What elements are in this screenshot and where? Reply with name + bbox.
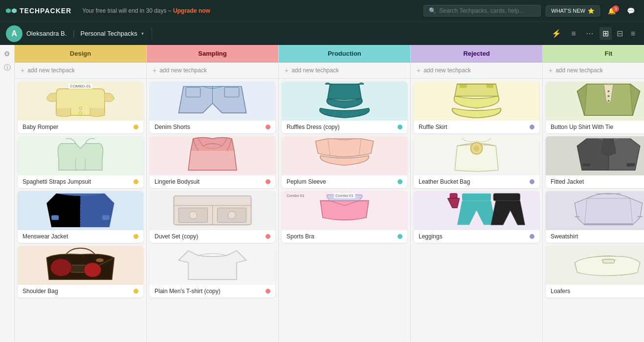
add-techpack-design[interactable]: +add new techpack bbox=[15, 63, 146, 79]
card-footer: Peplum Sleeve bbox=[282, 175, 407, 188]
whats-new-button[interactable]: WHAT'S NEW ⭐ bbox=[546, 5, 600, 17]
card[interactable]: Ruffles Dress (copy) bbox=[282, 82, 407, 133]
card-status-dot bbox=[133, 289, 138, 294]
cards-container-design: COMBO - 01 COMBO-01Baby Romper Spaghetti… bbox=[15, 79, 146, 342]
card-footer: Lingerie Bodysuit bbox=[150, 175, 275, 188]
card-image bbox=[150, 191, 275, 230]
svg-rect-41 bbox=[603, 259, 615, 263]
settings-icon[interactable]: ⚙ bbox=[4, 50, 10, 58]
card[interactable]: Denim Shorts bbox=[150, 82, 275, 133]
svg-point-10 bbox=[96, 258, 104, 262]
card-footer: Duvet Set (copy) bbox=[150, 230, 275, 243]
card[interactable]: Ruffle Skirt bbox=[414, 82, 539, 133]
filter-button[interactable]: ⚡ bbox=[548, 27, 565, 40]
notification-badge: 3 bbox=[612, 5, 619, 12]
card-image bbox=[18, 191, 143, 230]
chat-button[interactable]: 💬 bbox=[624, 6, 638, 16]
add-techpack-production[interactable]: +add new techpack bbox=[279, 63, 410, 79]
column-production: Production+add new techpack Ruffles Dres… bbox=[279, 45, 411, 342]
card-footer: Button Up Shirt With Tie bbox=[546, 121, 644, 133]
card-status-dot bbox=[133, 234, 138, 239]
kanban-view-button[interactable]: ⊞ bbox=[600, 27, 612, 40]
sort-button[interactable]: ≡ bbox=[567, 27, 579, 40]
card-footer: Denim Shorts bbox=[150, 121, 275, 133]
main-content: ⚙ ⓘ Design+add new techpack COMBO - 01 C… bbox=[0, 45, 644, 342]
cards-container-production: Ruffles Dress (copy) Peplum Sleeve Combo… bbox=[279, 79, 410, 342]
card-title: Baby Romper bbox=[22, 124, 133, 130]
card-title: Menswear Jacket bbox=[22, 233, 133, 240]
card[interactable]: COMBO - 01 COMBO-01Baby Romper bbox=[18, 82, 143, 133]
card[interactable]: Plain Men's T-shirt (copy) bbox=[150, 246, 275, 298]
more-options-button[interactable]: ⋯ bbox=[582, 27, 598, 40]
card-title: Denim Shorts bbox=[155, 124, 266, 130]
column-header-sampling: Sampling bbox=[147, 45, 278, 63]
card[interactable]: Button Up Shirt With Tie bbox=[546, 82, 644, 133]
card-title: Loafers bbox=[551, 288, 644, 295]
card-title: Ruffles Dress (copy) bbox=[287, 124, 398, 130]
card-status-dot bbox=[398, 179, 402, 184]
card-image bbox=[546, 246, 644, 285]
svg-rect-31 bbox=[493, 193, 520, 201]
card[interactable]: Spaghetti Straps Jumpsuit bbox=[18, 136, 143, 188]
column-rejected: Rejected+add new techpack Ruffle Skirt L… bbox=[411, 45, 543, 342]
card-footer: Fitted Jacket bbox=[546, 175, 644, 188]
workspace-chevron-icon[interactable]: ▾ bbox=[141, 31, 144, 36]
workspace-name[interactable]: Personal Techpacks bbox=[81, 30, 137, 37]
divider bbox=[152, 28, 152, 40]
card[interactable]: Shoulder Bag bbox=[18, 246, 143, 298]
svg-rect-36 bbox=[582, 163, 591, 167]
star-icon: ⭐ bbox=[588, 8, 595, 14]
notifications-button[interactable]: 🔔 3 bbox=[605, 6, 619, 16]
card[interactable]: Loafers bbox=[546, 246, 644, 298]
column-header-design: Design bbox=[15, 45, 146, 63]
logo-icon bbox=[6, 8, 17, 13]
add-techpack-sampling[interactable]: +add new techpack bbox=[147, 63, 278, 79]
add-techpack-fit[interactable]: +add new techpack bbox=[543, 63, 644, 79]
card-image bbox=[18, 136, 143, 175]
search-input[interactable] bbox=[439, 7, 535, 14]
card-footer: Sports Bra bbox=[282, 230, 407, 243]
list-view-button[interactable]: ≡ bbox=[628, 27, 638, 40]
card-status-dot bbox=[398, 125, 402, 129]
card[interactable]: Duvet Set (copy) bbox=[150, 191, 275, 243]
add-techpack-rejected[interactable]: +add new techpack bbox=[411, 63, 542, 79]
card-footer: Shoulder Bag bbox=[18, 285, 143, 298]
card[interactable]: Combo 01 Combo 01Sports Bra bbox=[282, 191, 407, 243]
card-title: Lingerie Bodysuit bbox=[155, 178, 266, 185]
card[interactable]: Lingerie Bodysuit bbox=[150, 136, 275, 188]
card[interactable]: Sweatshirt bbox=[546, 191, 644, 243]
upgrade-link[interactable]: Upgrade now bbox=[173, 7, 210, 14]
card-image bbox=[18, 246, 143, 285]
plus-icon: + bbox=[285, 66, 289, 74]
svg-point-11 bbox=[50, 259, 71, 277]
card-footer: Leather Bucket Bag bbox=[414, 175, 539, 188]
svg-rect-24 bbox=[460, 84, 467, 88]
card-status-dot bbox=[133, 125, 138, 129]
card-status-dot bbox=[266, 234, 270, 239]
card-footer: Spaghetti Straps Jumpsuit bbox=[18, 175, 143, 188]
card[interactable]: Peplum Sleeve bbox=[282, 136, 407, 188]
card-image bbox=[414, 136, 539, 175]
card-footer: Loafers bbox=[546, 285, 644, 298]
search-bar[interactable]: 🔍 bbox=[423, 5, 541, 17]
second-nav: A Oleksandra B. | Personal Techpacks ▾ ⚡… bbox=[0, 21, 644, 45]
card-title: Spaghetti Straps Jumpsuit bbox=[22, 178, 133, 185]
card-image: COMBO - 01 COMBO-01 bbox=[18, 82, 143, 121]
grid-view-button[interactable]: ⊟ bbox=[614, 27, 626, 40]
logo[interactable]: TECHPACKER bbox=[6, 7, 71, 15]
card[interactable]: Leggings bbox=[414, 191, 539, 243]
card[interactable]: Leather Bucket Bag bbox=[414, 136, 539, 188]
card[interactable]: Fitted Jacket bbox=[546, 136, 644, 188]
svg-rect-8 bbox=[102, 215, 110, 220]
card[interactable]: Menswear Jacket bbox=[18, 191, 143, 243]
top-nav: TECHPACKER Your free trial will end in 3… bbox=[0, 0, 644, 21]
svg-point-28 bbox=[474, 146, 480, 151]
card-image bbox=[150, 246, 275, 285]
card-image: Combo 01 Combo 01 bbox=[282, 191, 407, 230]
card-footer: Ruffle Skirt bbox=[414, 121, 539, 133]
user-name[interactable]: Oleksandra B. bbox=[26, 30, 67, 37]
card-title: Plain Men's T-shirt (copy) bbox=[155, 288, 266, 295]
info-icon[interactable]: ⓘ bbox=[4, 64, 11, 72]
svg-point-35 bbox=[608, 100, 610, 102]
card-status-dot bbox=[266, 125, 270, 129]
